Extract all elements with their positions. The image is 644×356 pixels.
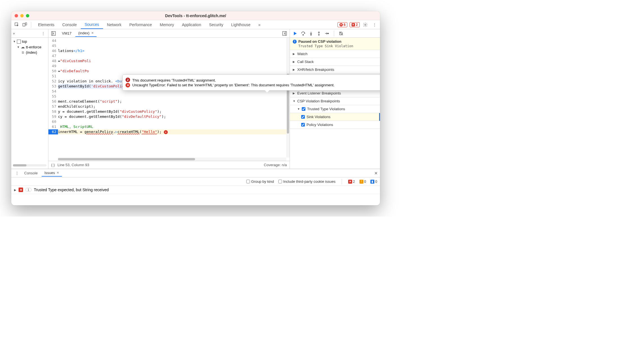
device-toolbar-icon[interactable] <box>21 21 28 28</box>
section-label: Policy Violations <box>307 123 333 127</box>
cloud-icon: ☁ <box>21 45 25 49</box>
close-tab-icon[interactable]: ✕ <box>57 171 59 175</box>
scrollbar-thumb[interactable] <box>58 158 195 160</box>
tab-performance[interactable]: Performance <box>125 20 156 29</box>
drawer: ⋮ Console Issues ✕ ✕ Group by kind Inclu… <box>11 169 380 205</box>
error-count-badge[interactable]: ✕ 6 <box>337 22 348 27</box>
frame-icon <box>17 40 21 44</box>
tab-application[interactable]: Application <box>178 20 205 29</box>
tab-security[interactable]: Security <box>205 20 227 29</box>
editor-status-bar: { } Line 53, Column 93 Coverage: n/a <box>48 161 290 169</box>
checkbox-label: Include third-party cookie issues <box>283 179 336 184</box>
step-out-button[interactable] <box>316 31 321 36</box>
debugger-pane: i Paused on CSP violation Trusted Type S… <box>290 29 380 169</box>
drawer-tab-issues[interactable]: Issues ✕ <box>42 170 62 177</box>
drawer-tabs: ⋮ Console Issues ✕ ✕ <box>11 169 380 177</box>
svg-point-7 <box>311 34 312 35</box>
editor-tab-index[interactable]: (index) ✕ <box>75 30 97 37</box>
tab-console[interactable]: Console <box>58 20 80 29</box>
drawer-more-icon[interactable]: ⋮ <box>14 170 20 177</box>
info-icon: ▮ <box>370 180 374 184</box>
issue-icon: ✕ <box>352 23 355 26</box>
section-label: Call Stack <box>297 60 314 64</box>
error-issues-count[interactable]: ✕2 <box>348 180 355 184</box>
error-count: 6 <box>344 23 346 27</box>
warning-icon: ! <box>359 180 363 184</box>
inline-error-icon[interactable]: ✕ <box>164 130 168 134</box>
section-csp-violation-breakpoints[interactable]: ▼CSP Violation Breakpoints <box>290 97 380 105</box>
tab-sources[interactable]: Sources <box>81 20 103 29</box>
document-icon: 🗎 <box>21 51 25 55</box>
svg-rect-5 <box>283 31 287 35</box>
tree-file-index[interactable]: 🗎 (index) <box>11 50 48 55</box>
svg-point-6 <box>303 34 304 35</box>
scrollbar-thumb[interactable] <box>13 164 26 166</box>
inspect-element-icon[interactable] <box>14 21 20 28</box>
section-callstack[interactable]: ▶Call Stack <box>290 58 380 66</box>
checkbox-label: Group by kind <box>251 179 274 184</box>
step-over-button[interactable] <box>301 31 306 36</box>
warning-issues-count[interactable]: !0 <box>359 180 366 184</box>
frame-label: top <box>22 39 27 44</box>
svg-point-3 <box>365 24 366 25</box>
sink-violations-checkbox[interactable] <box>301 115 305 119</box>
origin-label: tt-enforce <box>26 45 41 49</box>
navigator-toolbar: » ⋮ <box>11 29 48 38</box>
step-into-button[interactable] <box>308 31 314 36</box>
expand-icon: ▶ <box>14 188 16 191</box>
editor-pane: VM17 (index) ✕ 4445464748495051525354555… <box>48 29 290 169</box>
svg-point-8 <box>319 34 319 35</box>
tab-memory[interactable]: Memory <box>156 20 178 29</box>
csp-sink-violations[interactable]: Sink Violations <box>290 113 380 121</box>
issue-occurrence-count: 1 <box>25 188 32 192</box>
tree-origin[interactable]: ▼ ☁ tt-enforce <box>11 44 48 50</box>
csp-policy-violations[interactable]: Policy Violations <box>290 121 380 129</box>
error-icon: ✕ <box>19 188 23 192</box>
titlebar: DevTools - tt-enforced.glitch.me/ <box>11 11 380 20</box>
group-by-kind-checkbox[interactable]: Group by kind <box>246 179 274 184</box>
issue-row[interactable]: ▶ ✕ 1 Trusted Type expected, but String … <box>11 186 380 194</box>
section-event-listener-breakpoints[interactable]: ▶Event Listener Breakpoints <box>290 89 380 97</box>
tree-top-frame[interactable]: ▼ top <box>11 39 48 44</box>
section-label: Trusted Type Violations <box>307 107 345 111</box>
info-issues-count[interactable]: ▮0 <box>370 180 377 184</box>
issue-count-badge[interactable]: ✕ 2 <box>350 22 360 27</box>
issue-count: 2 <box>356 23 358 27</box>
section-xhr-breakpoints[interactable]: ▶XHR/fetch Breakpoints <box>290 66 380 74</box>
code-editor[interactable]: 44454647484950515253545556575859606162 l… <box>48 38 290 161</box>
error-icon: ✕ <box>348 180 352 184</box>
separator <box>342 179 342 184</box>
toggle-navigator-icon[interactable] <box>50 30 57 37</box>
step-button[interactable] <box>324 31 329 36</box>
vertical-scrollbar[interactable] <box>286 38 290 157</box>
tab-lighthouse[interactable]: Lighthouse <box>227 20 254 29</box>
devtools-window: DevTools - tt-enforced.glitch.me/ Elemen… <box>11 11 380 205</box>
policy-violations-checkbox[interactable] <box>301 123 305 127</box>
navigator-overflow[interactable]: » <box>13 31 15 35</box>
section-watch[interactable]: ▶Watch <box>290 50 380 58</box>
csp-trusted-type-violations[interactable]: ▼Trusted Type Violations <box>290 105 380 113</box>
settings-icon[interactable] <box>362 21 369 28</box>
close-tab-icon[interactable]: ✕ <box>91 31 94 35</box>
editor-tab-vm17[interactable]: VM17 <box>59 30 74 37</box>
third-party-checkbox[interactable]: Include third-party cookie issues <box>278 179 336 184</box>
drawer-close-icon[interactable]: ✕ <box>374 171 378 175</box>
cursor-position: Line 53, Column 93 <box>57 163 89 167</box>
svg-rect-1 <box>23 23 25 26</box>
deactivate-breakpoints-button[interactable] <box>339 31 344 36</box>
tab-elements[interactable]: Elements <box>34 20 58 29</box>
more-icon[interactable]: ⋮ <box>371 21 378 28</box>
navigator-more-icon[interactable]: ⋮ <box>40 30 46 37</box>
toggle-debugger-icon[interactable] <box>281 30 288 37</box>
horizontal-scrollbar[interactable] <box>58 157 286 161</box>
pretty-print-icon[interactable]: { } <box>51 163 55 167</box>
tab-overflow[interactable]: » <box>254 20 265 29</box>
navigator-tree: ▼ top ▼ ☁ tt-enforce 🗎 (index) <box>11 38 48 162</box>
drawer-tab-console[interactable]: Console <box>21 170 41 176</box>
svg-rect-2 <box>25 23 27 25</box>
info-icon: i <box>293 40 297 44</box>
tab-network[interactable]: Network <box>103 20 125 29</box>
resume-button[interactable] <box>293 31 298 36</box>
navigator-scrollbar[interactable] <box>13 164 46 166</box>
trusted-type-checkbox[interactable] <box>302 107 305 111</box>
